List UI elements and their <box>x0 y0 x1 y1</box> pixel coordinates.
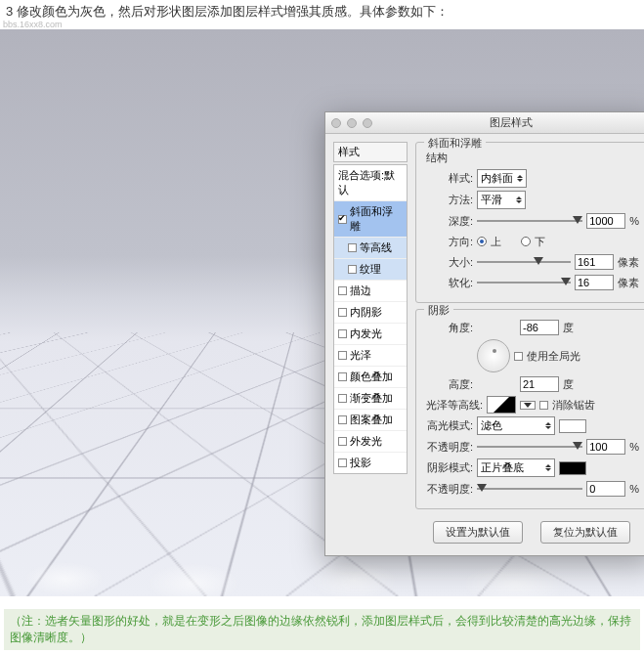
angle-field[interactable]: -86 <box>520 320 559 335</box>
set-default-button[interactable]: 设置为默认值 <box>433 521 523 544</box>
size-field[interactable]: 161 <box>575 254 614 270</box>
shadow-color-swatch[interactable] <box>559 461 586 475</box>
highlight-color-swatch[interactable] <box>559 419 586 433</box>
bottom-note: （注：选者矢量图形的好处，就是在变形之后图像的边缘依然锐利，添加图层样式后，会得… <box>4 609 640 650</box>
gloss-contour-dropdown[interactable] <box>520 401 536 410</box>
highlight-opacity-unit: % <box>629 441 639 453</box>
styles-header: 样式 <box>333 142 408 162</box>
size-slider[interactable] <box>477 255 571 269</box>
traffic-lights <box>331 118 372 128</box>
checkbox-icon[interactable] <box>338 394 347 403</box>
altitude-label: 高度: <box>424 377 473 392</box>
shadow-opacity-label: 不透明度: <box>424 482 473 497</box>
structure-fieldset: 斜面和浮雕 结构 样式: 内斜面 方法: 平滑 深度: 1000 % 方向: <box>415 142 644 303</box>
direction-down-radio[interactable] <box>521 237 531 246</box>
angle-label: 角度: <box>424 321 473 335</box>
shadow-mode-label: 阴影模式: <box>424 460 473 475</box>
style-inner-glow[interactable]: 内发光 <box>334 324 407 345</box>
checkbox-icon[interactable] <box>338 372 347 381</box>
size-unit: 像素 <box>618 255 639 270</box>
style-satin[interactable]: 光泽 <box>334 345 407 367</box>
dialog-titlebar[interactable]: 图层样式 <box>325 112 644 134</box>
zoom-icon[interactable] <box>363 118 372 128</box>
highlight-opacity-slider[interactable] <box>477 440 582 454</box>
watermark: bbs.16xx8.com <box>3 20 63 29</box>
style-outer-glow[interactable]: 外发光 <box>334 431 407 453</box>
style-select[interactable]: 内斜面 <box>477 169 527 188</box>
checkbox-icon[interactable] <box>338 437 347 446</box>
minimize-icon[interactable] <box>347 118 357 128</box>
direction-up-radio[interactable] <box>477 237 487 246</box>
checkbox-icon[interactable] <box>338 215 347 224</box>
antialias-checkbox[interactable] <box>539 401 548 410</box>
style-contour[interactable]: 等高线 <box>334 238 407 259</box>
checkbox-icon[interactable] <box>338 458 347 467</box>
shadow-opacity-field[interactable]: 0 <box>586 481 625 497</box>
checkbox-icon[interactable] <box>348 265 357 274</box>
altitude-field[interactable]: 21 <box>520 376 559 392</box>
layer-style-dialog: 图层样式 样式 混合选项:默认 斜面和浮雕 等高线 纹理 描边 内阴影 内发光 … <box>324 111 644 556</box>
shadow-mode-select[interactable]: 正片叠底 <box>477 458 555 477</box>
shading-fieldset: 阴影 角度: -86 度 使用全局光 高度: 21 度 <box>415 309 644 509</box>
style-bevel-emboss[interactable]: 斜面和浮雕 <box>334 201 407 238</box>
style-blend-options[interactable]: 混合选项:默认 <box>334 165 407 201</box>
highlight-mode-label: 高光模式: <box>424 418 473 433</box>
style-pattern-overlay[interactable]: 图案叠加 <box>334 410 407 431</box>
gloss-contour-label: 光泽等高线: <box>424 398 483 413</box>
styles-column: 样式 混合选项:默认 斜面和浮雕 等高线 纹理 描边 内阴影 内发光 光泽 颜色… <box>333 142 408 547</box>
size-label: 大小: <box>424 255 473 270</box>
global-light-checkbox[interactable] <box>514 352 523 361</box>
shadow-opacity-slider[interactable] <box>477 482 582 496</box>
soften-field[interactable]: 16 <box>575 275 614 290</box>
checkbox-icon[interactable] <box>338 286 347 295</box>
structure-legend: 斜面和浮雕 <box>424 136 486 151</box>
shading-legend: 阴影 <box>424 303 453 318</box>
highlight-mode-select[interactable]: 滤色 <box>477 416 555 435</box>
soften-unit: 像素 <box>618 276 639 290</box>
structure-sublegend: 结构 <box>426 151 639 165</box>
global-light-label: 使用全局光 <box>527 349 580 364</box>
checkbox-icon[interactable] <box>348 243 357 252</box>
checkbox-icon[interactable] <box>338 415 347 424</box>
direction-label: 方向: <box>424 235 473 249</box>
checkbox-icon[interactable] <box>338 329 347 338</box>
depth-label: 深度: <box>424 214 473 229</box>
close-icon[interactable] <box>331 118 341 128</box>
altitude-unit: 度 <box>563 377 574 392</box>
depth-unit: % <box>629 215 639 227</box>
style-drop-shadow[interactable]: 投影 <box>334 453 407 473</box>
settings-column: 斜面和浮雕 结构 样式: 内斜面 方法: 平滑 深度: 1000 % 方向: <box>415 142 644 547</box>
style-texture[interactable]: 纹理 <box>334 259 407 281</box>
angle-dial[interactable] <box>477 339 510 372</box>
method-label: 方法: <box>424 193 473 207</box>
angle-unit: 度 <box>563 321 574 335</box>
style-stroke[interactable]: 描边 <box>334 281 407 302</box>
style-gradient-overlay[interactable]: 渐变叠加 <box>334 388 407 410</box>
highlight-opacity-label: 不透明度: <box>424 440 473 455</box>
checkbox-icon[interactable] <box>338 351 347 360</box>
dialog-title: 图层样式 <box>372 115 644 130</box>
styles-list: 混合选项:默认 斜面和浮雕 等高线 纹理 描边 内阴影 内发光 光泽 颜色叠加 … <box>333 164 408 474</box>
soften-slider[interactable] <box>477 276 571 289</box>
shadow-opacity-unit: % <box>629 483 639 495</box>
checkbox-icon[interactable] <box>338 308 347 317</box>
highlight-opacity-field[interactable]: 100 <box>586 439 625 455</box>
style-inner-shadow[interactable]: 内阴影 <box>334 302 407 324</box>
gloss-contour-swatch[interactable] <box>487 396 516 414</box>
method-select[interactable]: 平滑 <box>477 191 526 209</box>
antialias-label: 消除锯齿 <box>552 398 595 413</box>
style-label: 样式: <box>424 171 473 186</box>
soften-label: 软化: <box>424 276 473 290</box>
depth-slider[interactable] <box>477 214 582 228</box>
reset-default-button[interactable]: 复位为默认值 <box>540 521 630 544</box>
style-color-overlay[interactable]: 颜色叠加 <box>334 367 407 388</box>
dialog-button-row: 设置为默认值 复位为默认值 <box>415 515 644 547</box>
depth-field[interactable]: 1000 <box>586 213 625 229</box>
instruction-text: 3 修改颜色为灰色，然后对形状图层添加图层样式增强其质感。具体参数如下： <box>0 0 644 23</box>
